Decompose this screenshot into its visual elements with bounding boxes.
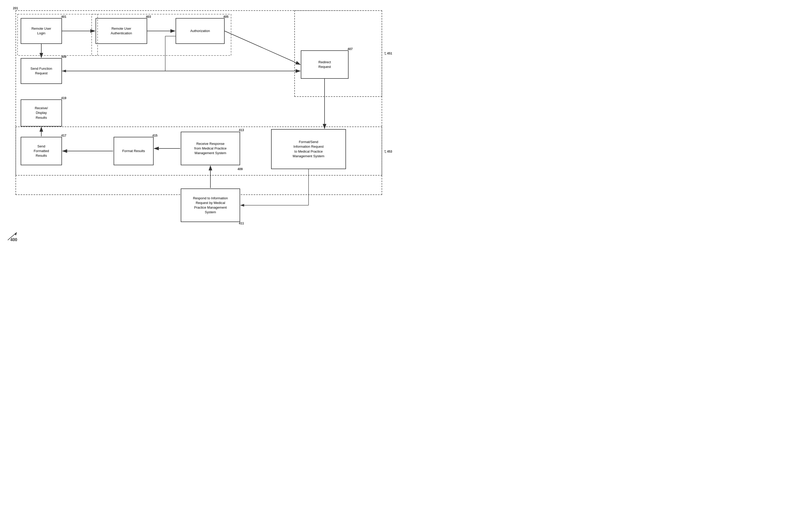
- label-401: 401: [61, 15, 66, 19]
- box-authorization: Authorization: [176, 18, 225, 44]
- box-respond-info: Respond to InformationRequest by Medical…: [181, 189, 240, 222]
- label-453: ⮤453: [384, 150, 392, 153]
- box-redirect-request: RedirectRequest: [301, 50, 349, 79]
- arrow-400: [5, 230, 21, 243]
- label-201: 201: [13, 6, 18, 10]
- label-415: 415: [152, 134, 157, 137]
- box-receive-response: Receive Responsefrom Medical PracticeMan…: [181, 132, 240, 165]
- box-send-formatted-results: SendFormattedResults: [21, 137, 62, 165]
- label-409: 409: [61, 55, 66, 59]
- box-format-send-info: Format/SendInformation Requestto Medical…: [271, 129, 346, 169]
- box-receive-display: Receive/DisplayResults: [21, 99, 62, 126]
- box-remote-user-auth: Remote UserAuthentication: [95, 18, 147, 44]
- label-451: ⮤451: [384, 52, 392, 55]
- svg-marker-1: [14, 232, 17, 235]
- box-format-results: Format Results: [114, 137, 154, 165]
- box-send-function-request: Send FunctionRequest: [21, 58, 62, 84]
- label-417: 417: [61, 134, 66, 137]
- label-411: 411: [239, 222, 244, 225]
- label-403: 403: [146, 15, 151, 19]
- box-remote-user-login: Remote UserLogin: [21, 18, 62, 44]
- label-407: 407: [348, 47, 353, 51]
- label-413: 413: [239, 128, 244, 132]
- label-409b: 409: [237, 167, 243, 171]
- label-419: 419: [61, 96, 66, 100]
- diagram-container: Remote UserLogin Remote UserAuthenticati…: [0, 0, 406, 256]
- label-405: 405: [223, 15, 229, 19]
